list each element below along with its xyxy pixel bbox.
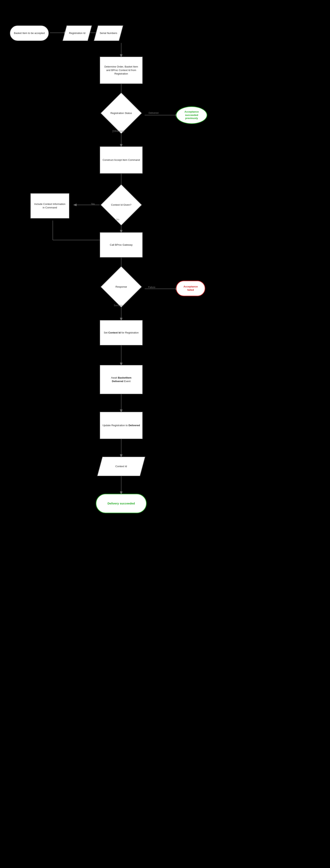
determine-order-label: Determine Order, Basket Item and BProc C… bbox=[103, 65, 140, 76]
basket-item-label: Basket Item to be accepted bbox=[14, 32, 45, 35]
await-event-label: Await BasketItemDelivered Event bbox=[111, 376, 132, 383]
update-registration-label: Update Registration to Delivered bbox=[103, 424, 140, 427]
connectors-svg bbox=[0, 0, 330, 868]
otherwise-label: [Otherwise] bbox=[112, 130, 124, 132]
no-label: No bbox=[116, 218, 119, 221]
serial-numbers-label: Serial Numbers bbox=[100, 32, 117, 35]
acceptance-succeeded-label: Acceptance succeeded previously bbox=[179, 110, 204, 120]
yes-label: Yes bbox=[91, 203, 95, 205]
acceptance-failed-label: Acceptance failed bbox=[180, 285, 201, 292]
call-bproc-shape: Call BProc Gateway bbox=[100, 232, 143, 257]
delivered-label: Delivered bbox=[148, 112, 159, 114]
set-context-id-shape: Set Context Id for Registration bbox=[100, 320, 143, 345]
delivery-succeeded-shape: Delivery succeeded bbox=[96, 494, 147, 513]
context-id-out-shape: Context Id bbox=[100, 457, 143, 476]
context-id-out-label: Context Id bbox=[115, 465, 127, 468]
include-context-label: Include Context Information in Command bbox=[33, 203, 67, 209]
determine-order-shape: Determine Order, Basket Item and BProc C… bbox=[100, 57, 143, 84]
update-registration-shape: Update Registration to Delivered bbox=[100, 412, 143, 439]
acceptance-failed-shape: Acceptance failed bbox=[176, 281, 205, 296]
diagram-container: Basket Item to be accepted Registration … bbox=[0, 0, 330, 868]
context-id-given-label: Context Id Given? bbox=[111, 203, 131, 207]
acceptance-succeeded-shape: Acceptance succeeded previously bbox=[176, 106, 207, 124]
basket-item-shape: Basket Item to be accepted bbox=[10, 25, 49, 41]
registration-status-shape: Registration Status bbox=[100, 98, 143, 129]
registration-id-label: Registration Id bbox=[69, 32, 85, 35]
call-bproc-label: Call BProc Gateway bbox=[110, 243, 133, 247]
response-label: Response bbox=[115, 285, 127, 289]
success-label: Success bbox=[114, 304, 122, 307]
failure-label: Failure bbox=[148, 286, 156, 289]
construct-accept-label: Construct Accept Item Command bbox=[103, 158, 140, 162]
response-shape: Response bbox=[100, 271, 143, 303]
construct-accept-shape: Construct Accept Item Command bbox=[100, 146, 143, 174]
set-context-id-label: Set Context Id for Registration bbox=[104, 331, 139, 335]
include-context-shape: Include Context Information in Command bbox=[30, 193, 70, 219]
serial-numbers-shape: Serial Numbers bbox=[96, 25, 121, 41]
delivery-succeeded-label: Delivery succeeded bbox=[108, 501, 135, 505]
await-event-shape: Await BasketItemDelivered Event bbox=[100, 365, 143, 394]
context-id-given-shape: Context Id Given? bbox=[100, 189, 143, 220]
registration-id-shape: Registration Id bbox=[64, 25, 90, 41]
registration-status-label: Registration Status bbox=[110, 112, 132, 115]
